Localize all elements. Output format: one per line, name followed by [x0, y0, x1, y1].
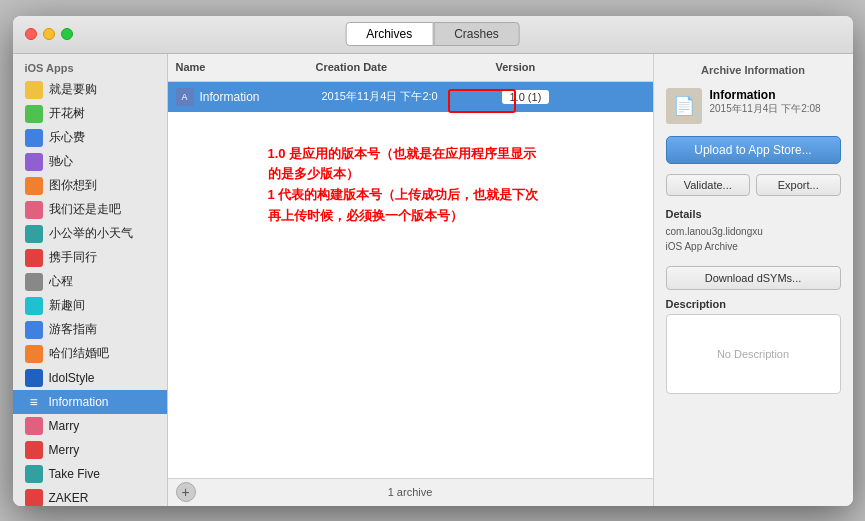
- app-icon: [25, 273, 43, 291]
- titlebar: Archives Crashes: [13, 16, 853, 54]
- validate-button[interactable]: Validate...: [666, 174, 751, 196]
- app-icon: [25, 153, 43, 171]
- sidebar-item-label: Merry: [49, 443, 80, 457]
- sidebar-item-label: ZAKER: [49, 491, 89, 505]
- file-list: A Information 2015年11月4日 下午2:0 1.0 (1): [168, 82, 653, 478]
- app-icon: ≡: [25, 393, 43, 411]
- sidebar-item-label: 开花树: [49, 105, 85, 122]
- app-icon: [25, 465, 43, 483]
- description-box: No Description: [666, 314, 841, 394]
- file-date: 2015年11月4日 下午2:0: [322, 89, 502, 104]
- archive-name: Information: [710, 88, 821, 102]
- sidebar-item-label: 就是要购: [49, 81, 97, 98]
- sidebar-item-label: 哈们结婚吧: [49, 345, 109, 362]
- sidebar-item-label: Marry: [49, 419, 80, 433]
- sidebar-item-marry[interactable]: Marry: [13, 414, 167, 438]
- sidebar-item-womenzouzhao[interactable]: 我们还是走吧: [13, 198, 167, 222]
- main-content: iOS Apps 就是要购 开花树 乐心费 驰心 图你想到: [13, 54, 853, 506]
- app-icon: [25, 417, 43, 435]
- description-title: Description: [666, 298, 841, 310]
- tab-crashes[interactable]: Crashes: [433, 22, 520, 46]
- sidebar-item-merry[interactable]: Merry: [13, 438, 167, 462]
- file-name: Information: [200, 90, 322, 104]
- export-button[interactable]: Export...: [756, 174, 841, 196]
- sidebar: iOS Apps 就是要购 开花树 乐心费 驰心 图你想到: [13, 54, 168, 506]
- sidebar-item-information[interactable]: ≡ Information: [13, 390, 167, 414]
- sidebar-item-kaihuashu[interactable]: 开花树: [13, 102, 167, 126]
- archive-date: 2015年11月4日 下午2:08: [710, 102, 821, 116]
- sidebar-item-xieshoutongxing[interactable]: 携手同行: [13, 246, 167, 270]
- sidebar-section-title: iOS Apps: [13, 54, 167, 78]
- archive-info-box: 📄 Information 2015年11月4日 下午2:08: [654, 82, 853, 130]
- sidebar-item-label: 游客指南: [49, 321, 97, 338]
- sidebar-item-label: 小公举的小天气: [49, 225, 133, 242]
- app-icon: [25, 489, 43, 506]
- archive-thumbnail: 📄: [666, 88, 702, 124]
- sidebar-item-label: Information: [49, 395, 109, 409]
- app-icon: [25, 81, 43, 99]
- center-panel: Name Creation Date Version A Information…: [168, 54, 653, 506]
- action-buttons: Validate... Export...: [654, 170, 853, 200]
- app-icon: [25, 105, 43, 123]
- sidebar-item-lexinfei[interactable]: 乐心费: [13, 126, 167, 150]
- file-icon: A: [176, 88, 194, 106]
- upload-to-appstore-button[interactable]: Upload to App Store...: [666, 136, 841, 164]
- add-archive-button[interactable]: +: [176, 482, 196, 502]
- details-title: Details: [666, 208, 841, 220]
- right-panel: Archive Information 📄 Information 2015年1…: [653, 54, 853, 506]
- app-icon: [25, 177, 43, 195]
- app-icon: [25, 201, 43, 219]
- sidebar-item-jiushiyaogou[interactable]: 就是要购: [13, 78, 167, 102]
- sidebar-item-xincheng[interactable]: 心程: [13, 270, 167, 294]
- sidebar-item-label: 乐心费: [49, 129, 85, 146]
- right-panel-title: Archive Information: [654, 54, 853, 82]
- app-icon: [25, 321, 43, 339]
- sidebar-item-label: 图你想到: [49, 177, 97, 194]
- sidebar-item-idolstyle[interactable]: IdolStyle: [13, 366, 167, 390]
- close-button[interactable]: [25, 28, 37, 40]
- sidebar-item-xiaobuqing[interactable]: 小公举的小天气: [13, 222, 167, 246]
- app-icon: [25, 225, 43, 243]
- app-icon: [25, 369, 43, 387]
- file-list-footer: + 1 archive: [168, 478, 653, 506]
- sidebar-item-xinzhaojian[interactable]: 新趣间: [13, 294, 167, 318]
- column-version: Version: [496, 61, 645, 73]
- sidebar-item-tunixiangdao[interactable]: 图你想到: [13, 174, 167, 198]
- tab-group: Archives Crashes: [345, 22, 520, 46]
- app-icon: [25, 297, 43, 315]
- file-version: 1.0 (1): [502, 90, 550, 104]
- details-section: Details com.lanou3g.lidongxu iOS App Arc…: [654, 200, 853, 258]
- sidebar-item-label: 新趣间: [49, 297, 85, 314]
- sidebar-item-label: 我们还是走吧: [49, 201, 121, 218]
- column-creation-date: Creation Date: [316, 61, 496, 73]
- tab-archives[interactable]: Archives: [345, 22, 433, 46]
- archive-count: 1 archive: [388, 486, 433, 498]
- file-list-header: Name Creation Date Version: [168, 54, 653, 82]
- table-row[interactable]: A Information 2015年11月4日 下午2:0 1.0 (1): [168, 82, 653, 112]
- main-window: Archives Crashes iOS Apps 就是要购 开花树 乐心费 驰…: [13, 16, 853, 506]
- traffic-lights: [25, 28, 73, 40]
- app-icon: [25, 249, 43, 267]
- app-icon: [25, 129, 43, 147]
- sidebar-item-zaker1[interactable]: ZAKER: [13, 486, 167, 506]
- download-dsyms-button[interactable]: Download dSYMs...: [666, 266, 841, 290]
- archive-details: Information 2015年11月4日 下午2:08: [710, 88, 821, 116]
- minimize-button[interactable]: [43, 28, 55, 40]
- sidebar-item-label: 驰心: [49, 153, 73, 170]
- details-identifier: com.lanou3g.lidongxu: [666, 224, 841, 239]
- sidebar-item-youkeshiyou[interactable]: 游客指南: [13, 318, 167, 342]
- sidebar-item-label: IdolStyle: [49, 371, 95, 385]
- sidebar-item-label: 携手同行: [49, 249, 97, 266]
- maximize-button[interactable]: [61, 28, 73, 40]
- sidebar-item-hamenjiaowa[interactable]: 哈们结婚吧: [13, 342, 167, 366]
- column-name: Name: [176, 61, 316, 73]
- sidebar-item-takefive[interactable]: Take Five: [13, 462, 167, 486]
- app-icon: [25, 345, 43, 363]
- details-type: iOS App Archive: [666, 239, 841, 254]
- sidebar-item-chuxin[interactable]: 驰心: [13, 150, 167, 174]
- description-placeholder: No Description: [717, 348, 789, 360]
- description-section: Description No Description: [654, 294, 853, 398]
- sidebar-item-label: 心程: [49, 273, 73, 290]
- app-icon: [25, 441, 43, 459]
- sidebar-item-label: Take Five: [49, 467, 100, 481]
